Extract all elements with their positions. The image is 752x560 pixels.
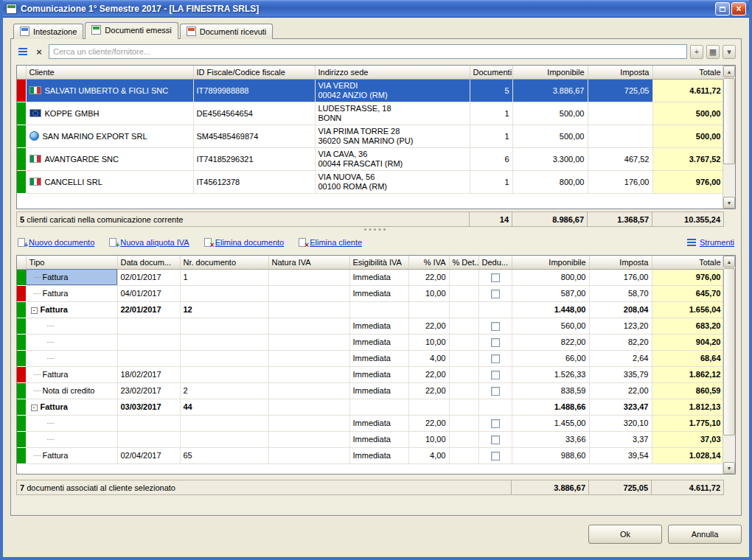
cell-natura-iva[interactable]	[268, 399, 349, 415]
client-row[interactable]: SAN MARINO EXPORT SRLSM45485469874VIA PR…	[17, 125, 724, 147]
cell-deducibile[interactable]	[478, 415, 512, 431]
cell-id-fiscale[interactable]: IT74185296321	[193, 147, 315, 170]
cell-tipo[interactable]: -Fattura	[26, 399, 117, 415]
cell-documenti[interactable]: 1	[470, 125, 512, 147]
cell-totale[interactable]: 683,20	[652, 318, 724, 334]
cell-data-documento[interactable]: 02/04/2017	[117, 447, 180, 463]
documents-scrollbar[interactable]: ▲ ▼	[723, 256, 735, 474]
document-row[interactable]: Immediata22,00560,00123,20683,20	[17, 318, 724, 334]
cell-percent-iva[interactable]: 22,00	[408, 366, 449, 382]
deducibile-checkbox[interactable]	[491, 322, 500, 331]
column-id-fiscale[interactable]: ID Fiscale/Codice fiscale	[193, 66, 315, 79]
cell-imposta[interactable]: 58,70	[589, 285, 652, 301]
cell-esigibilita-iva[interactable]: Immediata	[349, 431, 408, 447]
cell-id-fiscale[interactable]: DE4564564654	[193, 102, 315, 125]
cell-esigibilita-iva[interactable]: Immediata	[349, 334, 408, 350]
cell-imponibile[interactable]: 560,00	[512, 318, 589, 334]
document-row[interactable]: Fattura04/01/2017Immediata10,00587,0058,…	[17, 285, 724, 301]
cell-documenti[interactable]: 5	[470, 79, 512, 102]
deducibile-checkbox[interactable]	[491, 354, 500, 363]
client-row[interactable]: KOPPE GMBHDE4564564654LUDESTRASSE, 18BON…	[17, 102, 724, 125]
cell-esigibilita-iva[interactable]: Immediata	[349, 447, 408, 463]
cell-imposta[interactable]: 335,79	[589, 366, 652, 382]
tools-link[interactable]: Strumenti	[687, 238, 734, 247]
cell-totale[interactable]: 4.611,72	[652, 79, 724, 102]
cell-percent-det[interactable]	[449, 447, 478, 463]
clients-scrollbar[interactable]: ▲ ▼	[723, 66, 735, 209]
deducibile-checkbox[interactable]	[491, 273, 500, 282]
column-cliente[interactable]: Cliente	[26, 66, 193, 79]
cell-percent-det[interactable]	[449, 301, 478, 318]
cell-totale[interactable]: 1.862,12	[652, 366, 724, 382]
delete-document-link[interactable]: × Elimina documento	[204, 238, 285, 247]
cell-nr-documento[interactable]	[180, 415, 268, 431]
dropdown-button[interactable]: ▾	[723, 45, 736, 59]
cell-imponibile[interactable]: 988,60	[512, 447, 589, 463]
document-row[interactable]: Fattura02/01/20171Immediata22,00800,0017…	[17, 269, 724, 285]
cell-deducibile[interactable]	[478, 334, 512, 350]
deducibile-checkbox[interactable]	[491, 419, 500, 428]
cell-esigibilita-iva[interactable]: Immediata	[349, 415, 408, 431]
cell-percent-iva[interactable]: 22,00	[408, 415, 449, 431]
cell-tipo[interactable]: Nota di credito	[26, 382, 117, 399]
cell-tipo[interactable]	[26, 415, 117, 431]
cell-percent-iva[interactable]: 10,00	[408, 334, 449, 350]
cell-imposta[interactable]: 467,52	[588, 147, 652, 170]
cell-esigibilita-iva[interactable]: Immediata	[349, 382, 408, 399]
cell-tipo[interactable]: Fattura	[26, 269, 117, 285]
cell-tipo[interactable]	[26, 334, 117, 350]
cell-esigibilita-iva[interactable]: Immediata	[349, 350, 408, 366]
cell-deducibile[interactable]	[478, 269, 512, 285]
scrollbar-thumb[interactable]	[723, 78, 735, 164]
scroll-up-icon[interactable]: ▲	[723, 256, 735, 267]
column-natura-iva[interactable]: Natura IVA	[268, 256, 349, 269]
column-data-documento[interactable]: Data docum...	[117, 256, 180, 269]
cell-deducibile[interactable]	[478, 350, 512, 366]
cell-percent-det[interactable]	[449, 366, 478, 382]
cell-natura-iva[interactable]	[268, 350, 349, 366]
cancel-button[interactable]: Annulla	[668, 525, 742, 544]
cell-documenti[interactable]: 1	[470, 102, 512, 125]
tab-documenti-ricevuti[interactable]: Documenti ricevuti	[180, 24, 273, 39]
document-row[interactable]: Fattura18/02/2017Immediata22,001.526,333…	[17, 366, 724, 382]
cell-cliente[interactable]: SALVATI UMBERTO & FIGLI SNC	[26, 79, 193, 102]
cell-indirizzo[interactable]: VIA VERDI00042 ANZIO (RM)	[315, 79, 470, 102]
column-nr-documento[interactable]: Nr. documento	[180, 256, 268, 269]
cell-esigibilita-iva[interactable]: Immediata	[349, 318, 408, 334]
cell-imponibile[interactable]: 66,00	[512, 350, 589, 366]
cell-deducibile[interactable]	[478, 285, 512, 301]
add-button[interactable]: +	[690, 45, 703, 59]
scroll-up-icon[interactable]: ▲	[723, 66, 735, 77]
cell-imposta[interactable]: 2,64	[589, 350, 652, 366]
cell-documenti[interactable]: 1	[470, 170, 512, 193]
column-totale[interactable]: Totale	[652, 256, 724, 269]
cell-imponibile[interactable]: 33,66	[512, 431, 589, 447]
cell-data-documento[interactable]: 23/02/2017	[117, 382, 180, 399]
cell-data-documento[interactable]	[117, 415, 180, 431]
cell-cliente[interactable]: AVANTGARDE SNC	[26, 147, 193, 170]
clear-search-icon[interactable]: ×	[32, 45, 46, 59]
cell-totale[interactable]: 976,00	[652, 170, 724, 193]
cell-imponibile[interactable]: 1.526,33	[512, 366, 589, 382]
tab-intestazione[interactable]: Intestazione	[13, 24, 83, 39]
cell-totale[interactable]: 645,70	[652, 285, 724, 301]
cell-tipo[interactable]	[26, 318, 117, 334]
cell-percent-iva[interactable]: 10,00	[408, 285, 449, 301]
scroll-down-icon[interactable]: ▼	[723, 197, 735, 209]
cell-imposta[interactable]: 22,00	[589, 382, 652, 399]
cell-imponibile[interactable]: 800,00	[512, 170, 588, 193]
delete-client-link[interactable]: × Elimina cliente	[299, 238, 362, 247]
cell-natura-iva[interactable]	[268, 334, 349, 350]
cell-id-fiscale[interactable]: IT45612378	[193, 170, 315, 193]
column-percent-iva[interactable]: % IVA	[408, 256, 449, 269]
cell-esigibilita-iva[interactable]: Immediata	[349, 366, 408, 382]
cell-nr-documento[interactable]	[180, 366, 268, 382]
deducibile-checkbox[interactable]	[491, 371, 500, 379]
cell-deducibile[interactable]	[478, 431, 512, 447]
cell-indirizzo[interactable]: LUDESTRASSE, 18BONN	[315, 102, 470, 125]
cell-natura-iva[interactable]	[268, 301, 349, 318]
cell-imposta[interactable]: 208,04	[589, 301, 652, 318]
cell-nr-documento[interactable]: 44	[180, 399, 268, 415]
cell-tipo[interactable]: Fattura	[26, 447, 117, 463]
cell-documenti[interactable]: 6	[470, 147, 512, 170]
